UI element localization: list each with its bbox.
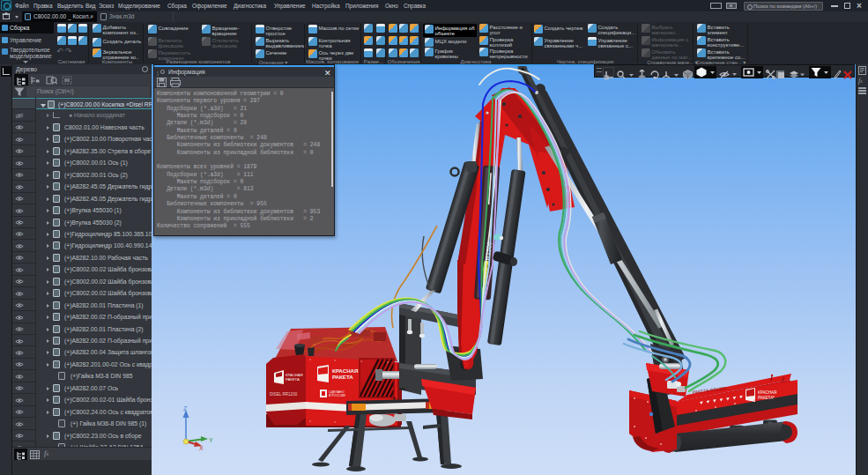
svg-text:КРАСНАЯ: КРАСНАЯ: [758, 390, 776, 395]
svg-text:КРАСНАЯ: КРАСНАЯ: [332, 367, 359, 374]
svg-text:X: X: [199, 445, 204, 451]
svg-text:DISEL RR1200: DISEL RR1200: [270, 392, 298, 397]
svg-text:РАКЕТА: РАКЕТА: [332, 374, 353, 380]
svg-text:Z: Z: [183, 405, 188, 412]
svg-text:Y: Y: [209, 437, 213, 443]
svg-text:РАКЕТА: РАКЕТА: [286, 377, 300, 382]
svg-text:В РОССИИ: В РОССИИ: [329, 394, 345, 397]
svg-text:РАКЕТА: РАКЕТА: [758, 396, 774, 400]
